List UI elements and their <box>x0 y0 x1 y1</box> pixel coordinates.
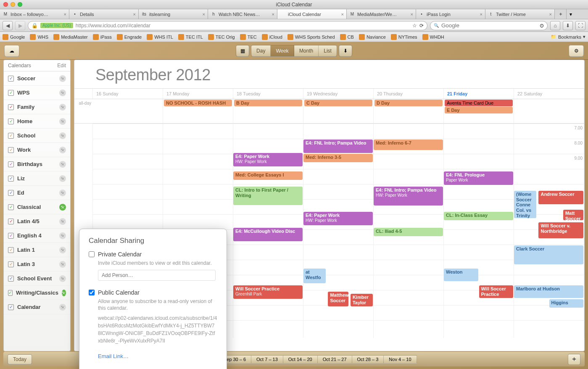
settings-button[interactable]: ⚙ <box>569 45 584 57</box>
close-tab-icon[interactable]: × <box>341 12 344 17</box>
browser-tab[interactable]: MMediaMaster/We…× <box>347 9 416 19</box>
calendar-event[interactable]: Clark Soccer <box>514 245 583 264</box>
sidebar-edit-link[interactable]: Edit <box>57 63 66 69</box>
rss-icon[interactable]: ⏧ <box>59 218 66 225</box>
allday-event[interactable]: Aventa Time Card Due <box>445 100 513 106</box>
calendar-event[interactable]: E4: Paper WorkHW: Paper Work <box>303 212 373 225</box>
week-pill[interactable]: Oct 21 – 27 <box>317 355 352 364</box>
bookmark-item[interactable]: WHS Sports Sched <box>287 34 335 40</box>
rss-icon[interactable]: ⏧ <box>59 275 66 282</box>
rss-icon[interactable]: ⏧ <box>59 147 66 153</box>
tab-overflow-button[interactable]: ▾ <box>567 9 575 19</box>
allday-cell[interactable]: B Day <box>233 99 303 123</box>
sidebar-calendar-item[interactable]: ✓Home⏧ <box>4 114 70 129</box>
sidebar-calendar-item[interactable]: ✓Work⏧ <box>4 143 70 157</box>
allday-cell[interactable]: C Day <box>303 99 374 123</box>
calendar-checkbox[interactable]: ✓ <box>8 290 13 296</box>
bookmark-item[interactable]: iCloud <box>262 34 282 40</box>
close-tab-icon[interactable]: × <box>203 12 205 17</box>
minimize-window-button[interactable] <box>11 2 15 7</box>
bookmark-item[interactable]: Engrade <box>117 34 142 40</box>
calendar-checkbox[interactable]: ✓ <box>8 76 14 82</box>
sidebar-calendar-item[interactable]: ✓WPS⏧ <box>4 86 70 100</box>
close-tab-icon[interactable]: × <box>411 12 413 17</box>
calendar-checkbox[interactable]: ✓ <box>8 219 14 224</box>
calendar-event[interactable]: E4: FNL Intro; Pampa Video <box>303 140 373 153</box>
view-month[interactable]: Month <box>294 45 319 56</box>
sidebar-calendar-item[interactable]: ✓Family⏧ <box>4 100 70 114</box>
calendar-event[interactable]: E4: Paper WorkHW: Paper Work <box>233 153 303 166</box>
week-pill[interactable]: Oct 7 – 13 <box>251 355 283 364</box>
zoom-window-button[interactable] <box>18 2 22 7</box>
view-list[interactable]: List <box>319 45 337 56</box>
week-pill[interactable]: Nov 4 – 10 <box>383 355 417 364</box>
calendar-checkbox[interactable]: ✓ <box>8 304 14 310</box>
close-tab-icon[interactable]: × <box>549 12 552 17</box>
rss-icon[interactable]: ⏧ <box>59 75 66 82</box>
sidebar-calendar-item[interactable]: ✓Soccer⏧ <box>4 71 70 86</box>
public-checkbox-input[interactable] <box>89 290 95 295</box>
calendar-checkbox[interactable]: ✓ <box>8 190 14 196</box>
sidebar-calendar-item[interactable]: ✓School⏧ <box>4 129 70 143</box>
rss-icon[interactable]: ⏧ <box>59 204 66 211</box>
calendar-checkbox[interactable]: ✓ <box>8 90 14 96</box>
calendar-event[interactable]: Med: College Essays I <box>233 171 303 180</box>
rss-icon[interactable]: ⏧ <box>59 247 66 253</box>
bookmark-item[interactable]: WHDH <box>422 34 444 40</box>
allday-event[interactable]: B Day <box>234 100 302 106</box>
view-week[interactable]: Week <box>271 45 294 56</box>
add-event-button[interactable]: ＋ <box>568 354 580 365</box>
sidebar-calendar-item[interactable]: ✓Latin 3⏧ <box>4 257 70 271</box>
new-tab-button[interactable]: ＋ <box>555 9 567 19</box>
view-day[interactable]: Day <box>251 45 271 56</box>
bookmark-item[interactable]: TEC Orig <box>208 34 235 40</box>
calendar-checkbox[interactable]: ✓ <box>8 161 14 167</box>
sidebar-calendar-item[interactable]: ✓Calendar⏧ <box>4 300 70 314</box>
calendar-checkbox[interactable]: ✓ <box>8 276 14 282</box>
bookmark-item[interactable]: MediaMaster <box>53 34 88 40</box>
home-button[interactable]: ⌂ <box>550 21 560 30</box>
bookmark-item[interactable]: WHS <box>30 34 48 40</box>
calendar-checkbox[interactable]: ✓ <box>8 261 14 267</box>
rss-icon[interactable]: ⏧ <box>59 304 66 311</box>
allday-cell[interactable] <box>514 99 584 123</box>
close-window-button[interactable] <box>3 2 8 7</box>
bookmark-item[interactable]: CB <box>340 34 354 40</box>
calendar-event[interactable]: Will Soccer v. Northbridge <box>538 222 583 238</box>
sidebar-calendar-item[interactable]: ✓English 4⏧ <box>4 229 70 243</box>
sidebar-calendar-item[interactable]: ✓School Event⏧ <box>4 271 70 286</box>
url-field[interactable]: 🔒 Apple Inc. (US) https://www.icloud.com… <box>28 21 427 30</box>
sidebar-calendar-item[interactable]: ✓Latin 4/5⏧ <box>4 214 70 229</box>
bookmark-item[interactable]: Google <box>3 34 25 40</box>
browser-tab[interactable]: MInbox – followyo…× <box>0 9 69 19</box>
calendar-event[interactable]: E4: FNL Intro; Pampa VideoHW: Paper Work <box>374 187 443 206</box>
calendar-checkbox[interactable]: ✓ <box>8 104 14 110</box>
browser-tab[interactable]: itsitslearning× <box>139 9 208 19</box>
calendar-checkbox[interactable]: ✓ <box>8 147 14 153</box>
close-tab-icon[interactable]: × <box>64 12 66 17</box>
rss-icon[interactable]: ⏧ <box>59 104 66 111</box>
close-tab-icon[interactable]: × <box>133 12 136 17</box>
calendar-event[interactable]: CL: In-Class Essay <box>444 212 513 220</box>
search-field[interactable]: 🔍 ⊙ <box>430 21 548 30</box>
calendar-checkbox[interactable]: ✓ <box>8 133 14 139</box>
allday-cell[interactable]: NO SCHOOL - ROSH HASH <box>163 99 233 123</box>
calendar-event[interactable]: Weston <box>444 269 478 281</box>
calendar-event[interactable]: Matt Soccer <box>563 210 583 220</box>
calendar-checkbox[interactable]: ✓ <box>8 247 14 253</box>
allday-event[interactable]: E Day <box>445 107 513 113</box>
private-calendar-checkbox[interactable]: Private Calendar <box>89 251 217 258</box>
browser-tab[interactable]: •iPass Login× <box>416 9 485 19</box>
calendar-event[interactable]: Will Soccer Practice <box>479 285 514 298</box>
allday-cell[interactable]: D Day <box>374 99 444 123</box>
fullscreen-button[interactable]: ⛶ <box>575 21 585 30</box>
allday-event[interactable]: NO SCHOOL - ROSH HASH <box>164 100 232 106</box>
rss-icon[interactable]: ⏧ <box>59 261 66 268</box>
calendar-event[interactable]: Marlboro at Hudson <box>514 285 583 298</box>
calendar-event[interactable]: at Westfo <box>303 269 326 283</box>
calendar-event[interactable]: Med: Inferno 6-7 <box>374 140 443 150</box>
bookmark-item[interactable]: iPass <box>93 34 112 40</box>
rss-icon[interactable]: ⏧ <box>59 132 66 139</box>
sidebar-calendar-item[interactable]: ✓Writing/Classics⏧ <box>4 286 70 300</box>
close-tab-icon[interactable]: × <box>272 12 274 17</box>
